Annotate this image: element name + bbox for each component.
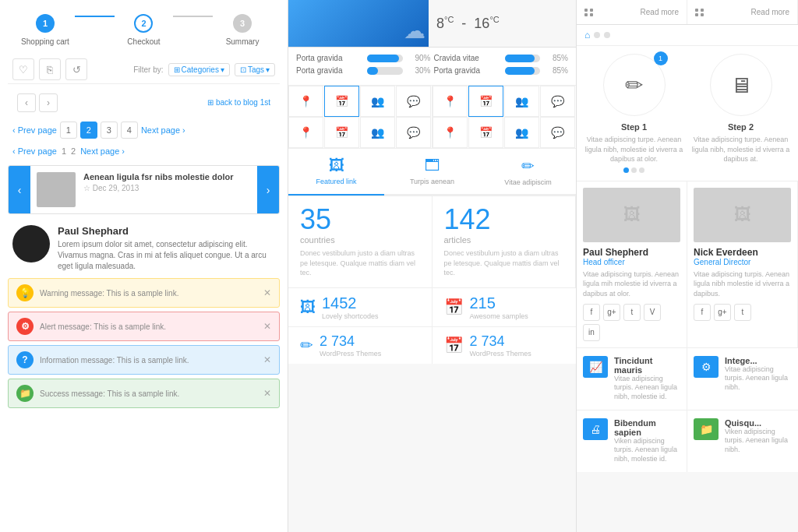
person-2-name: Nick Everdeen [694,247,791,258]
step-2-desc: Vitae adipiscing turpe. Aenean ligula ni… [691,135,790,164]
step-dot-1-2 [631,167,637,173]
alert-success: 📁 Success message: This is a sample link… [8,379,280,408]
temperature: 8°C - 16°C [436,15,568,32]
icon-calendar-3[interactable]: 📅 [468,86,503,117]
stat-countries-label: countries [300,235,420,245]
icon-grids: 📍 📅 👥 💬 📍 📅 👥 💬 📍 📅 👥 💬 📍 📅 👥 💬 [288,86,576,149]
icon-calendar-2[interactable]: 📅 [324,117,359,148]
icon-users-3[interactable]: 👥 [504,86,539,117]
pagination-simple: ‹ Prev page 1 2 Next page › [8,143,280,160]
dot-1[interactable] [594,32,600,38]
social-gplus-2[interactable]: g+ [714,304,731,321]
next-arrow[interactable]: › [39,93,58,112]
social-facebook-2[interactable]: f [694,304,711,321]
simple-next[interactable]: Next page › [80,146,125,156]
tab-vitae-icon: ✏ [521,157,535,175]
info-close[interactable]: ✕ [263,354,271,365]
step-1-desc: Vitae adipiscing turpe. Aenean ligula ni… [584,135,683,164]
page-1[interactable]: 1 [60,122,77,139]
slider-prev[interactable]: ‹ [9,166,30,213]
next-page-btn[interactable]: Next page › [141,125,185,135]
person-1-thumb: 🖼 [583,188,680,242]
mid-top: ☁ 8°C - 16°C [288,0,576,48]
social-twitter-1[interactable]: t [623,304,641,321]
icon-users-4[interactable]: 👥 [504,117,539,148]
stat-articles-label: articles [444,235,564,245]
step-1-icon: ✏ [625,72,643,98]
tabs-section: 🖼 Featured link 🗔 Turpis aenean ✏ Vitae … [288,149,576,196]
icon-chat-3[interactable]: 💬 [540,86,575,117]
icon-calendar-4[interactable]: 📅 [468,117,503,148]
refresh-icon[interactable]: ↺ [65,58,87,80]
tab-featured[interactable]: 🖼 Featured link [288,149,384,196]
social-twitter-2[interactable]: t [734,304,751,321]
progress-bar-1 [367,55,403,62]
danger-close[interactable]: ✕ [263,321,271,332]
progress-bar-4 [505,67,541,75]
icon-calendar-1[interactable]: 📅 [324,86,359,117]
back-link[interactable]: ⊞ back to blog 1st [203,97,275,110]
step-dot-1-1 [623,167,629,173]
step-line-1 [75,16,115,17]
step-block-2: 🖥 Step 2 Vitae adipiscing turpe. Aenean … [691,54,790,173]
progress-pct-3: 85% [545,54,568,62]
icon-users-2[interactable]: 👥 [360,117,395,148]
icon-location-3[interactable]: 📍 [433,86,468,117]
feature-4: 📁 Quisqu... Viken adipiscing turpis. Aen… [687,410,798,472]
feature-icon-2: ⚙ [694,356,719,378]
progress-fill-2 [367,67,378,75]
weather-image: ☁ [288,0,429,47]
tab-turpis[interactable]: 🗔 Turpis aenean [384,149,480,196]
progress-row-1: Porta gravida 90% [296,54,431,62]
icon-location-2[interactable]: 📍 [288,117,323,148]
page-2[interactable]: 2 [80,122,97,139]
feature-grid: 📈 Tincidunt mauris Vitae adipiscing turp… [577,348,798,472]
shortcode-1-icon: 🖼 [300,298,316,316]
step-2-icon: 🖥 [730,72,752,98]
icon-chat-1[interactable]: 💬 [396,86,431,117]
top-bar-right[interactable]: Read more [687,0,798,24]
dot-2[interactable] [604,32,610,38]
shortcode-2-label: Awesome samples [470,312,528,320]
icon-location-4[interactable]: 📍 [433,117,468,148]
progress-row-3: Cravida vitae 85% [434,54,569,62]
social-facebook-1[interactable]: f [583,304,600,321]
page-4[interactable]: 4 [121,122,138,139]
step-1-dots [623,167,644,173]
social-linkedin-1[interactable]: in [583,324,600,341]
slider-date: ☆ Dec 29, 2013 [83,184,234,192]
wp-theme-1-text: 2 734 WordPress Themes [320,333,381,358]
step-1-badge: 1 [654,51,668,65]
tags-filter[interactable]: ⊡ Tags ▾ [235,63,275,76]
prev-page-btn[interactable]: ‹ Prev page [12,125,57,135]
prev-arrow[interactable]: ‹ [17,93,36,112]
icon-chat-2[interactable]: 💬 [396,117,431,148]
simple-page-2[interactable]: 2 [71,146,76,156]
warning-close[interactable]: ✕ [263,287,271,298]
social-gplus-1[interactable]: g+ [603,304,620,321]
step-1: 1 Shopping cart [16,14,75,46]
toolbar-row: ♡ ⎘ ↺ Filter by: ⊞ Categories ▾ ⊡ Tags ▾ [8,55,280,84]
icon-users-1[interactable]: 👥 [360,86,395,117]
slider-next[interactable]: › [257,166,279,213]
icon-chat-4[interactable]: 💬 [540,117,575,148]
categories-filter[interactable]: ⊞ Categories ▾ [168,63,230,76]
alert-danger: ⚙ Alert message: This is a sample link. … [8,312,280,341]
wp-theme-1-number: 2 734 [320,333,381,350]
tab-vitae[interactable]: ✏ Vitae adipiscim [480,149,576,196]
feature-text-1: Tincidunt mauris Vitae adipiscing turpis… [614,356,680,402]
success-close[interactable]: ✕ [263,388,271,399]
step-3-label: Summary [226,37,260,46]
profile-text: Paul Shephard Lorem ipsum dolor sit amet… [58,225,275,272]
page-3[interactable]: 3 [101,122,118,139]
heart-icon[interactable]: ♡ [12,58,34,80]
top-bar-left[interactable]: Read more [577,0,687,24]
social-vine-1[interactable]: V [644,304,661,321]
simple-page-1[interactable]: 1 [62,146,66,156]
person-2-thumb: 🖼 [694,188,791,242]
feature-text-4: Quisqu... Viken adipiscing turpis. Aenea… [725,418,792,455]
icon-location-1[interactable]: 📍 [288,86,323,117]
bookmark-icon[interactable]: ⎘ [39,58,61,80]
profile-card: Paul Shephard Lorem ipsum dolor sit amet… [8,219,280,278]
simple-prev[interactable]: ‹ Prev page [12,146,57,156]
